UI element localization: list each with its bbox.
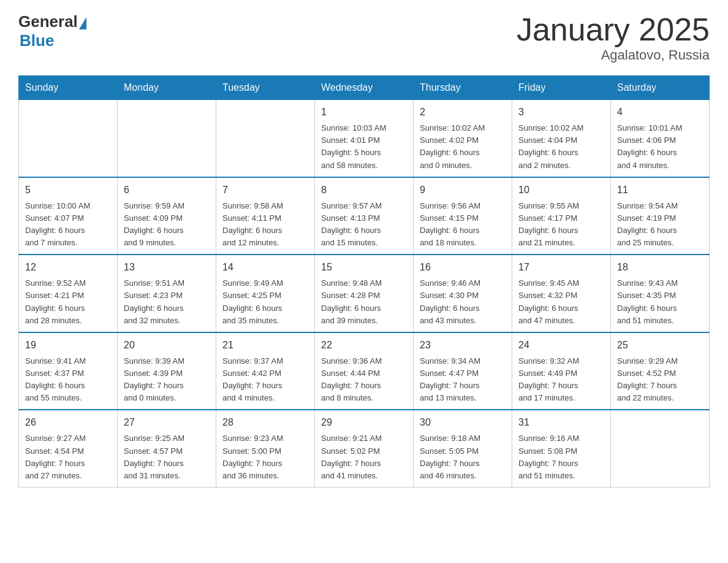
calendar-cell: 22Sunrise: 9:36 AM Sunset: 4:44 PM Dayli…	[315, 332, 414, 410]
day-number: 8	[321, 183, 407, 197]
day-number: 13	[124, 260, 210, 275]
day-number: 16	[420, 260, 506, 275]
day-info: Sunrise: 9:46 AM Sunset: 4:30 PM Dayligh…	[420, 277, 506, 327]
calendar-cell: 9Sunrise: 9:56 AM Sunset: 4:15 PM Daylig…	[414, 177, 512, 255]
day-info: Sunrise: 9:29 AM Sunset: 4:52 PM Dayligh…	[617, 355, 703, 405]
day-info: Sunrise: 9:37 AM Sunset: 4:42 PM Dayligh…	[222, 355, 308, 405]
calendar-cell: 1Sunrise: 10:03 AM Sunset: 4:01 PM Dayli…	[315, 100, 414, 177]
day-number: 25	[617, 338, 703, 353]
day-info: Sunrise: 9:45 AM Sunset: 4:32 PM Dayligh…	[518, 277, 604, 327]
calendar-cell: 12Sunrise: 9:52 AM Sunset: 4:21 PM Dayli…	[19, 255, 118, 332]
calendar-cell: 14Sunrise: 9:49 AM Sunset: 4:25 PM Dayli…	[216, 255, 315, 332]
day-number: 24	[518, 338, 604, 353]
day-number: 26	[25, 415, 111, 430]
calendar-cell	[19, 100, 118, 177]
logo-blue-text: Blue	[20, 31, 54, 50]
day-info: Sunrise: 9:25 AM Sunset: 4:57 PM Dayligh…	[124, 432, 210, 482]
day-number: 10	[518, 183, 604, 197]
day-info: Sunrise: 9:32 AM Sunset: 4:49 PM Dayligh…	[518, 355, 604, 405]
day-number: 17	[518, 260, 604, 275]
day-number: 7	[222, 183, 308, 197]
calendar-cell: 2Sunrise: 10:02 AM Sunset: 4:02 PM Dayli…	[414, 100, 512, 177]
calendar-cell: 7Sunrise: 9:58 AM Sunset: 4:11 PM Daylig…	[216, 177, 315, 255]
day-number: 1	[321, 105, 407, 120]
day-info: Sunrise: 9:43 AM Sunset: 4:35 PM Dayligh…	[617, 277, 703, 327]
calendar-header-row: SundayMondayTuesdayWednesdayThursdayFrid…	[19, 76, 710, 100]
day-number: 14	[222, 260, 308, 275]
calendar-cell	[611, 410, 710, 487]
day-info: Sunrise: 10:00 AM Sunset: 4:07 PM Daylig…	[25, 200, 111, 250]
day-of-week-header: Monday	[118, 76, 216, 100]
calendar-cell	[216, 100, 315, 177]
logo: General Blue	[18, 12, 86, 50]
calendar-cell: 11Sunrise: 9:54 AM Sunset: 4:19 PM Dayli…	[611, 177, 710, 255]
calendar-cell: 21Sunrise: 9:37 AM Sunset: 4:42 PM Dayli…	[216, 332, 315, 410]
day-of-week-header: Sunday	[19, 76, 118, 100]
calendar-week-row: 26Sunrise: 9:27 AM Sunset: 4:54 PM Dayli…	[19, 410, 710, 487]
day-number: 4	[617, 105, 703, 120]
calendar-cell: 17Sunrise: 9:45 AM Sunset: 4:32 PM Dayli…	[512, 255, 611, 332]
calendar-cell: 6Sunrise: 9:59 AM Sunset: 4:09 PM Daylig…	[118, 177, 216, 255]
day-number: 9	[420, 183, 506, 197]
day-info: Sunrise: 9:18 AM Sunset: 5:05 PM Dayligh…	[420, 432, 506, 482]
calendar-cell: 13Sunrise: 9:51 AM Sunset: 4:23 PM Dayli…	[118, 255, 216, 332]
day-number: 19	[25, 338, 111, 353]
day-of-week-header: Wednesday	[315, 76, 414, 100]
calendar-cell: 10Sunrise: 9:55 AM Sunset: 4:17 PM Dayli…	[512, 177, 611, 255]
day-info: Sunrise: 9:48 AM Sunset: 4:28 PM Dayligh…	[321, 277, 407, 327]
calendar-week-row: 19Sunrise: 9:41 AM Sunset: 4:37 PM Dayli…	[19, 332, 710, 410]
day-info: Sunrise: 9:59 AM Sunset: 4:09 PM Dayligh…	[124, 200, 210, 250]
calendar-cell: 23Sunrise: 9:34 AM Sunset: 4:47 PM Dayli…	[414, 332, 512, 410]
calendar-week-row: 1Sunrise: 10:03 AM Sunset: 4:01 PM Dayli…	[19, 100, 710, 177]
calendar-table: SundayMondayTuesdayWednesdayThursdayFrid…	[18, 75, 710, 488]
day-number: 20	[124, 338, 210, 353]
page-header: General Blue January 2025 Agalatovo, Rus…	[18, 12, 710, 63]
calendar-cell: 4Sunrise: 10:01 AM Sunset: 4:06 PM Dayli…	[611, 100, 710, 177]
day-number: 5	[25, 183, 111, 197]
day-info: Sunrise: 9:52 AM Sunset: 4:21 PM Dayligh…	[25, 277, 111, 327]
day-number: 18	[617, 260, 703, 275]
day-number: 21	[222, 338, 308, 353]
day-info: Sunrise: 9:55 AM Sunset: 4:17 PM Dayligh…	[518, 200, 604, 250]
day-info: Sunrise: 10:02 AM Sunset: 4:04 PM Daylig…	[518, 122, 604, 172]
day-number: 11	[617, 183, 703, 197]
day-number: 29	[321, 415, 407, 430]
calendar-cell: 15Sunrise: 9:48 AM Sunset: 4:28 PM Dayli…	[315, 255, 414, 332]
day-info: Sunrise: 9:36 AM Sunset: 4:44 PM Dayligh…	[321, 355, 407, 405]
calendar-cell: 16Sunrise: 9:46 AM Sunset: 4:30 PM Dayli…	[414, 255, 512, 332]
day-info: Sunrise: 9:34 AM Sunset: 4:47 PM Dayligh…	[420, 355, 506, 405]
calendar-title: January 2025	[517, 12, 710, 47]
day-info: Sunrise: 9:41 AM Sunset: 4:37 PM Dayligh…	[25, 355, 111, 405]
day-number: 27	[124, 415, 210, 430]
day-info: Sunrise: 9:39 AM Sunset: 4:39 PM Dayligh…	[124, 355, 210, 405]
day-info: Sunrise: 9:21 AM Sunset: 5:02 PM Dayligh…	[321, 432, 407, 482]
day-info: Sunrise: 10:01 AM Sunset: 4:06 PM Daylig…	[617, 122, 703, 172]
day-number: 23	[420, 338, 506, 353]
day-number: 28	[222, 415, 308, 430]
day-number: 3	[518, 105, 604, 120]
calendar-cell: 5Sunrise: 10:00 AM Sunset: 4:07 PM Dayli…	[19, 177, 118, 255]
day-number: 2	[420, 105, 506, 120]
day-info: Sunrise: 9:23 AM Sunset: 5:00 PM Dayligh…	[222, 432, 308, 482]
calendar-cell: 31Sunrise: 9:16 AM Sunset: 5:08 PM Dayli…	[512, 410, 611, 487]
day-of-week-header: Tuesday	[216, 76, 315, 100]
calendar-cell: 19Sunrise: 9:41 AM Sunset: 4:37 PM Dayli…	[19, 332, 118, 410]
calendar-cell: 18Sunrise: 9:43 AM Sunset: 4:35 PM Dayli…	[611, 255, 710, 332]
calendar-cell: 24Sunrise: 9:32 AM Sunset: 4:49 PM Dayli…	[512, 332, 611, 410]
day-of-week-header: Friday	[512, 76, 611, 100]
calendar-cell: 20Sunrise: 9:39 AM Sunset: 4:39 PM Dayli…	[118, 332, 216, 410]
day-info: Sunrise: 10:02 AM Sunset: 4:02 PM Daylig…	[420, 122, 506, 172]
calendar-cell: 26Sunrise: 9:27 AM Sunset: 4:54 PM Dayli…	[19, 410, 118, 487]
calendar-subtitle: Agalatovo, Russia	[517, 47, 710, 63]
day-number: 15	[321, 260, 407, 275]
day-info: Sunrise: 9:58 AM Sunset: 4:11 PM Dayligh…	[222, 200, 308, 250]
calendar-cell: 8Sunrise: 9:57 AM Sunset: 4:13 PM Daylig…	[315, 177, 414, 255]
day-number: 30	[420, 415, 506, 430]
title-block: January 2025 Agalatovo, Russia	[517, 12, 710, 63]
day-info: Sunrise: 10:03 AM Sunset: 4:01 PM Daylig…	[321, 122, 407, 172]
day-of-week-header: Saturday	[611, 76, 710, 100]
calendar-cell: 27Sunrise: 9:25 AM Sunset: 4:57 PM Dayli…	[118, 410, 216, 487]
day-info: Sunrise: 9:56 AM Sunset: 4:15 PM Dayligh…	[420, 200, 506, 250]
calendar-week-row: 12Sunrise: 9:52 AM Sunset: 4:21 PM Dayli…	[19, 255, 710, 332]
calendar-cell: 25Sunrise: 9:29 AM Sunset: 4:52 PM Dayli…	[611, 332, 710, 410]
